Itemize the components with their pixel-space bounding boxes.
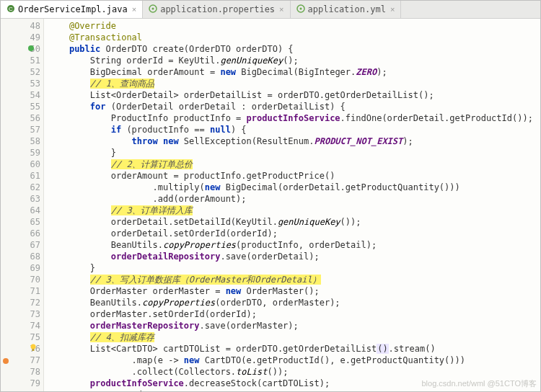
svg-point-3: [152, 7, 154, 9]
line-number-gutter: 4849505152535455565758596061626364656667…: [1, 19, 44, 391]
close-icon[interactable]: ×: [390, 5, 395, 14]
svg-rect-7: [32, 349, 35, 351]
comment-highlight: // 1、查询商品: [90, 79, 154, 89]
line-number: 56: [1, 112, 40, 124]
comment-highlight: // 4、扣减库存: [90, 332, 154, 342]
line-number: 58: [1, 135, 40, 147]
tab-label: OrderServiceImpl.java: [18, 4, 128, 14]
gear-icon: [149, 4, 157, 15]
line-number: 80: [1, 389, 40, 391]
tab-application-yml[interactable]: application.yml ×: [291, 1, 402, 18]
svg-point-5: [299, 7, 302, 9]
tab-application-properties[interactable]: application.properties ×: [143, 1, 290, 18]
comment-highlight: // 2、计算订单总价: [111, 159, 193, 169]
editor-tabs: C OrderServiceImpl.java × application.pr…: [1, 1, 540, 19]
class-icon: C: [6, 4, 15, 15]
annotation: @Transactional: [69, 32, 142, 43]
line-number: 64: [1, 205, 40, 216]
code-editor: C OrderServiceImpl.java × application.pr…: [0, 0, 541, 392]
line-number: 67: [1, 239, 40, 251]
line-number: 75: [1, 331, 40, 343]
code-text[interactable]: @Override @Transactional public OrderDTO…: [44, 19, 540, 391]
line-number: 78: [1, 366, 40, 378]
comment-highlight: // 3、订单详情入库: [111, 205, 193, 215]
line-number: 73: [1, 308, 40, 320]
tab-label: application.properties: [160, 4, 275, 14]
line-number: 59: [1, 147, 40, 159]
line-number: 63: [1, 193, 40, 205]
line-number: 53: [1, 78, 40, 89]
close-icon[interactable]: ×: [279, 5, 283, 14]
code-area[interactable]: 4849505152535455565758596061626364656667…: [1, 19, 540, 391]
line-number: 49: [1, 32, 40, 43]
line-number: 60: [1, 159, 40, 170]
line-number: 51: [1, 55, 40, 66]
line-number: 77: [1, 355, 40, 366]
line-number: 54: [1, 89, 40, 101]
bulb-icon[interactable]: [30, 344, 37, 352]
caret-highlight: (): [377, 344, 388, 354]
tab-orderserviceimpl[interactable]: C OrderServiceImpl.java ×: [1, 1, 143, 18]
tab-label: application.yml: [308, 4, 386, 14]
line-number: 62: [1, 182, 40, 193]
close-icon[interactable]: ×: [132, 5, 136, 14]
implements-gutter-icon[interactable]: [2, 356, 9, 363]
line-number: 65: [1, 216, 40, 228]
line-number: 57: [1, 124, 40, 135]
annotation: @Override: [69, 21, 116, 31]
line-number: 48: [1, 20, 40, 32]
line-number: 52: [1, 66, 40, 78]
line-number: 68: [1, 251, 40, 262]
comment-highlight: // 3、写入订单数据库（OrderMaster和OrderDetail）: [90, 275, 321, 285]
line-number: 50: [1, 43, 40, 55]
svg-text:C: C: [9, 6, 13, 12]
line-number: 69: [1, 262, 40, 274]
line-number: 70: [1, 274, 40, 285]
override-gutter-icon[interactable]: [28, 45, 34, 51]
line-number: 72: [1, 297, 40, 308]
line-number: 74: [1, 320, 40, 331]
line-number: 71: [1, 285, 40, 297]
line-number: 79: [1, 378, 40, 389]
line-number: 55: [1, 101, 40, 112]
line-number: 76: [1, 343, 40, 355]
svg-point-6: [31, 344, 36, 349]
gear-icon: [296, 4, 305, 15]
watermark: blog.csdn.net/wml @51CTO博客: [421, 378, 537, 389]
svg-point-8: [3, 358, 9, 364]
line-number: 66: [1, 228, 40, 239]
line-number: 61: [1, 170, 40, 182]
